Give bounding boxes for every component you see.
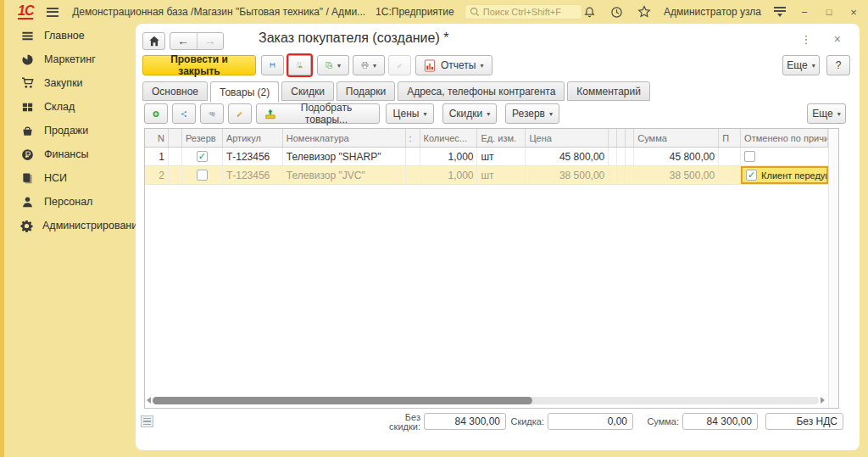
vertical-scrollbar[interactable] bbox=[828, 129, 838, 408]
minimize-button[interactable]: − bbox=[798, 6, 810, 19]
col-price[interactable]: Цена bbox=[526, 129, 609, 147]
prices-button[interactable]: Цены▾ bbox=[386, 103, 434, 124]
service-menu-icon[interactable] bbox=[774, 7, 786, 17]
print-button[interactable]: ▾ bbox=[353, 55, 385, 75]
plus-icon bbox=[153, 108, 159, 120]
sidebar-item-nsi[interactable]: НСИ bbox=[4, 166, 136, 190]
sidebar-item-main[interactable]: Главное bbox=[4, 24, 136, 47]
total-label: Сумма: bbox=[644, 417, 679, 426]
sidebar-item-purchases[interactable]: Закупки bbox=[4, 71, 136, 95]
create-based-on-button[interactable]: ▾ bbox=[317, 55, 349, 75]
search-input[interactable] bbox=[483, 7, 577, 17]
cancel-checkbox-unchecked[interactable] bbox=[744, 151, 755, 162]
grid-icon bbox=[20, 100, 35, 114]
gear-icon bbox=[20, 219, 33, 233]
vat-field[interactable]: Без НДС bbox=[765, 413, 843, 430]
tab-addresses[interactable]: Адреса, телефоны контрагента bbox=[398, 81, 565, 101]
col-nomenclature[interactable]: Номенклатура bbox=[283, 129, 406, 147]
col-qty[interactable]: Количес... bbox=[420, 129, 478, 147]
current-user[interactable]: Администратор узла bbox=[664, 6, 761, 18]
table-row[interactable]: 1 Т-123456 Телевизор "SHARP" 1,000 шт 45… bbox=[145, 148, 828, 166]
total-field[interactable]: 84 300,00 bbox=[682, 413, 758, 430]
home-button[interactable] bbox=[142, 32, 165, 50]
search-icon bbox=[470, 7, 480, 17]
table-row-cancelled[interactable]: 2 Т-123456 Телевизор "JVC" 1,000 шт 38 5… bbox=[145, 166, 828, 185]
sidebar-item-warehouse[interactable]: Склад bbox=[4, 95, 136, 119]
reserve-checkbox-checked[interactable] bbox=[197, 151, 208, 162]
form-close-icon[interactable]: × bbox=[834, 32, 841, 46]
horizontal-scrollbar[interactable] bbox=[147, 395, 825, 405]
items-more-button[interactable]: Еще▾ bbox=[807, 103, 846, 124]
add-row-button[interactable] bbox=[144, 103, 168, 124]
reports-button[interactable]: Отчеты ▾ bbox=[415, 55, 492, 75]
col-p[interactable]: П bbox=[719, 129, 741, 147]
main-menu-icon[interactable] bbox=[47, 8, 58, 17]
list-icon[interactable] bbox=[141, 415, 153, 427]
history-nav-group: ← → bbox=[170, 32, 224, 50]
basket-icon bbox=[20, 124, 35, 138]
split-row-button[interactable] bbox=[172, 103, 196, 124]
col-article[interactable]: Артикул bbox=[223, 129, 283, 147]
sidebar-item-personnel[interactable]: Персонал bbox=[4, 190, 136, 214]
post-document-icon bbox=[297, 59, 303, 72]
sidebar-item-sales[interactable]: Продажи bbox=[4, 119, 136, 142]
back-button[interactable]: ← bbox=[170, 33, 197, 49]
col-narrow-2[interactable] bbox=[617, 129, 626, 147]
form-more-button[interactable]: Еще ▾ bbox=[782, 55, 820, 75]
global-search[interactable] bbox=[465, 4, 582, 20]
close-window-button[interactable]: × bbox=[848, 6, 860, 19]
col-sum[interactable]: Сумма bbox=[634, 129, 719, 147]
save-button[interactable] bbox=[261, 55, 284, 75]
tab-discounts[interactable]: Скидки bbox=[281, 81, 334, 101]
cancel-checkbox-checked[interactable] bbox=[746, 170, 757, 181]
col-cancelled[interactable]: Отменено по причине bbox=[741, 129, 828, 147]
sidebar-item-marketing[interactable]: Маркетинг bbox=[4, 47, 136, 71]
order-form-window: ← → Заказ покупателя (создание) * ⋮ × Пр… bbox=[136, 24, 860, 450]
edit-row-button[interactable] bbox=[228, 103, 252, 124]
form-kebab-menu-icon[interactable]: ⋮ bbox=[800, 33, 812, 46]
scroll-left-icon[interactable] bbox=[147, 397, 151, 404]
scroll-right-icon[interactable] bbox=[821, 397, 825, 404]
col-blank[interactable] bbox=[169, 129, 182, 147]
books-icon bbox=[20, 171, 35, 186]
discounts-button[interactable]: Скидки▾ bbox=[442, 103, 497, 124]
person-icon bbox=[20, 195, 35, 209]
col-n[interactable]: N bbox=[145, 129, 169, 147]
favorites-star-icon[interactable] bbox=[637, 5, 651, 20]
col-reserve[interactable]: Резерв bbox=[182, 129, 223, 147]
reserve-checkbox-unchecked[interactable] bbox=[197, 170, 208, 181]
scrollbar-thumb[interactable] bbox=[153, 397, 532, 404]
tab-main[interactable]: Основное bbox=[142, 81, 208, 101]
no-discount-field[interactable]: 84 300,00 bbox=[424, 413, 506, 430]
tab-gifts[interactable]: Подарки bbox=[337, 81, 395, 101]
col-narrow-3[interactable] bbox=[626, 129, 634, 147]
tab-goods[interactable]: Товары (2) bbox=[210, 81, 279, 103]
brush-icon bbox=[236, 108, 243, 120]
reserve-button[interactable]: Резерв▾ bbox=[505, 103, 559, 124]
sidebar-item-finance[interactable]: Финансы bbox=[4, 142, 136, 166]
barcode-scan-button[interactable] bbox=[200, 103, 224, 124]
pencil-icon bbox=[397, 59, 403, 72]
history-icon[interactable] bbox=[609, 5, 624, 20]
discount-label: Скидка: bbox=[509, 417, 544, 426]
database-title: Демонстрационная база /Магазин "Бытовая … bbox=[72, 6, 365, 18]
post-document-button[interactable] bbox=[288, 55, 311, 75]
forward-button[interactable]: → bbox=[198, 33, 224, 49]
cancel-reason-cell-selected[interactable]: Клиент передумал bbox=[741, 166, 828, 184]
tab-comment[interactable]: Комментарий bbox=[567, 81, 650, 101]
table-header-row: N Резерв Артикул Номенклатура : Количес.… bbox=[145, 129, 828, 148]
col-char[interactable]: : bbox=[406, 129, 420, 147]
cancel-reason-text: Клиент передумал bbox=[761, 170, 828, 181]
notifications-bell-icon[interactable] bbox=[582, 5, 597, 20]
maximize-button[interactable]: □ bbox=[823, 7, 835, 17]
sidebar-item-administration[interactable]: Администрирование bbox=[4, 214, 136, 237]
post-and-close-button[interactable]: Провести и закрыть bbox=[142, 55, 256, 75]
pick-goods-button[interactable]: Подобрать товары... bbox=[256, 103, 380, 124]
col-unit[interactable]: Ед. изм. bbox=[477, 129, 526, 147]
topbar: 1С Демонстрационная база /Магазин "Бытов… bbox=[4, 0, 868, 24]
menu-icon bbox=[20, 29, 35, 43]
discount-field[interactable]: 0,00 bbox=[548, 413, 633, 430]
ruble-icon bbox=[20, 148, 35, 162]
help-button[interactable]: ? bbox=[826, 55, 850, 75]
col-narrow-1[interactable] bbox=[609, 129, 617, 147]
